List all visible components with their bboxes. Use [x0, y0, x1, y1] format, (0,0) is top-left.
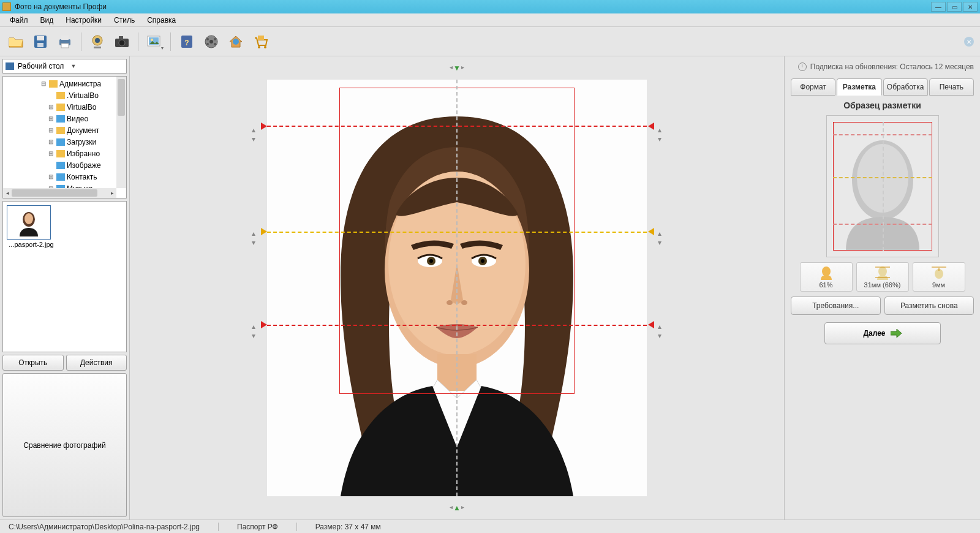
tree-item[interactable]: ⊞Загрузки [3, 136, 126, 148]
arrow-marker-icon [261, 123, 267, 130]
tree-item-label: Администра [59, 80, 101, 88]
resize-arrows-bottom[interactable]: ◂▲▸ [450, 504, 464, 512]
menu-file[interactable]: Файл [4, 15, 34, 26]
folder-tree[interactable]: ⊟Администра.VirtualBo⊞VirtualBo⊞Видео⊞До… [2, 76, 127, 198]
metric-head-ratio[interactable]: 61% [800, 262, 853, 292]
svg-point-37 [481, 259, 484, 263]
canvas-area: ◂▼▸ ◂▲▸ [130, 56, 784, 520]
svg-point-24 [258, 46, 260, 48]
tree-expand-icon[interactable]: ⊞ [47, 173, 55, 180]
open-file-button[interactable]: Открыть [2, 355, 64, 371]
tree-expand-icon[interactable]: ⊞ [47, 115, 55, 122]
app-icon [2, 2, 11, 11]
metric-top-margin[interactable]: 9мм [913, 262, 965, 292]
guide-handle[interactable]: ▴▾ [252, 229, 255, 247]
webcam-button[interactable] [86, 31, 108, 53]
remark-button[interactable]: Разметить снова [884, 297, 974, 315]
guide-handle[interactable]: ▴▾ [658, 126, 662, 143]
guide-handle[interactable]: ▴▾ [658, 229, 662, 247]
desktop-icon [6, 62, 14, 70]
tab-markup[interactable]: Разметка [837, 78, 881, 96]
print-button[interactable] [54, 31, 76, 53]
tree-expand-icon[interactable]: ⊞ [47, 104, 55, 110]
left-panel: Рабочий стол ▼ ⊟Администра.VirtualBo⊞Vir… [0, 56, 130, 520]
toolbar-close-icon[interactable]: ✕ [964, 37, 974, 47]
svg-point-28 [24, 213, 33, 224]
titlebar: Фото на документы Профи — ▭ ✕ [0, 0, 980, 13]
folder-icon [56, 92, 65, 99]
folder-icon [56, 127, 65, 134]
minimize-button[interactable]: — [931, 2, 946, 12]
folder-icon [56, 173, 65, 181]
guide-handle[interactable]: ▴▾ [658, 322, 662, 340]
metric-head-height[interactable]: 31мм (66%) [856, 262, 909, 292]
svg-point-39 [461, 300, 467, 305]
folder-icon [56, 104, 65, 111]
cart-icon [252, 33, 269, 50]
main-area: Рабочий стол ▼ ⊟Администра.VirtualBo⊞Vir… [0, 56, 980, 520]
video-button[interactable] [200, 31, 222, 53]
sample-title: Образец разметки [791, 100, 974, 110]
head-height-icon [874, 265, 891, 280]
tree-expand-icon[interactable]: ⊞ [47, 127, 55, 134]
camera-button[interactable] [111, 31, 133, 53]
tree-expand-icon[interactable]: ⊟ [40, 80, 47, 87]
tree-item[interactable]: ⊞Избранно [3, 148, 126, 159]
tree-expand-icon[interactable]: ⊞ [47, 138, 55, 145]
menu-settings[interactable]: Настройки [59, 15, 108, 26]
requirements-button[interactable]: Требования... [791, 297, 881, 315]
folder-selector-label: Рабочий стол [18, 62, 71, 70]
tree-item-label: Избранно [67, 149, 100, 158]
tree-item[interactable]: .VirtualBo [3, 89, 126, 101]
svg-rect-4 [61, 36, 69, 40]
right-panel: Подписка на обновления: Осталось 12 меся… [784, 56, 980, 520]
folder-selector[interactable]: Рабочий стол ▼ [2, 59, 127, 74]
margin-icon [930, 265, 948, 280]
resize-arrows-top[interactable]: ◂▼▸ [450, 64, 464, 72]
svg-point-36 [429, 259, 433, 263]
thumbnail-item[interactable]: ...pasport-2.jpg [7, 205, 56, 248]
guide-handle[interactable]: ▴▾ [252, 322, 255, 340]
tree-item[interactable]: Изображе [3, 159, 126, 171]
tab-print[interactable]: Печать [929, 78, 974, 96]
compare-photos-button[interactable]: Сравнение фотографий [2, 373, 127, 517]
tree-expand-icon[interactable]: ⊞ [47, 150, 55, 157]
tree-item[interactable]: ⊞Видео [3, 113, 126, 124]
tab-format[interactable]: Формат [791, 78, 835, 96]
tab-processing[interactable]: Обработка [883, 78, 928, 96]
open-button[interactable] [5, 31, 27, 53]
guide-handle[interactable]: ▴▾ [252, 126, 255, 143]
home-button[interactable] [225, 31, 247, 53]
arrow-marker-icon [261, 228, 267, 235]
arrow-marker-icon [261, 321, 267, 328]
maximize-button[interactable]: ▭ [947, 2, 962, 12]
tree-item[interactable]: ⊞VirtualBo [3, 101, 126, 113]
svg-text:?: ? [184, 39, 189, 47]
actions-button[interactable]: Действия [66, 355, 127, 371]
cart-button[interactable] [249, 31, 271, 53]
svg-rect-5 [61, 43, 69, 48]
svg-rect-2 [37, 43, 43, 47]
svg-point-17 [209, 40, 213, 43]
menu-view[interactable]: Вид [34, 15, 60, 26]
tree-item[interactable]: ⊞Контакть [3, 171, 126, 183]
tree-scrollbar-vertical[interactable] [116, 77, 126, 188]
save-button[interactable] [29, 31, 51, 53]
menu-style[interactable]: Стиль [108, 15, 141, 26]
next-button[interactable]: Далее [824, 322, 941, 344]
tree-item-label: VirtualBo [67, 103, 96, 112]
tree-item[interactable]: ⊞Документ [3, 124, 126, 136]
preview-button[interactable] [143, 31, 165, 53]
tab-bar: Формат Разметка Обработка Печать [791, 78, 974, 96]
menu-help[interactable]: Справка [141, 15, 182, 26]
svg-rect-10 [119, 36, 123, 39]
svg-point-21 [214, 43, 216, 45]
photo-canvas[interactable] [267, 80, 647, 496]
tree-item[interactable]: ⊟Администра [3, 78, 126, 89]
close-button[interactable]: ✕ [963, 2, 978, 12]
thumbnail-image[interactable] [7, 205, 51, 240]
arrow-marker-icon [648, 123, 654, 130]
svg-point-43 [822, 266, 831, 276]
tree-scrollbar-horizontal[interactable]: ◂▸ [3, 188, 116, 198]
help-button[interactable]: ? [176, 31, 198, 53]
